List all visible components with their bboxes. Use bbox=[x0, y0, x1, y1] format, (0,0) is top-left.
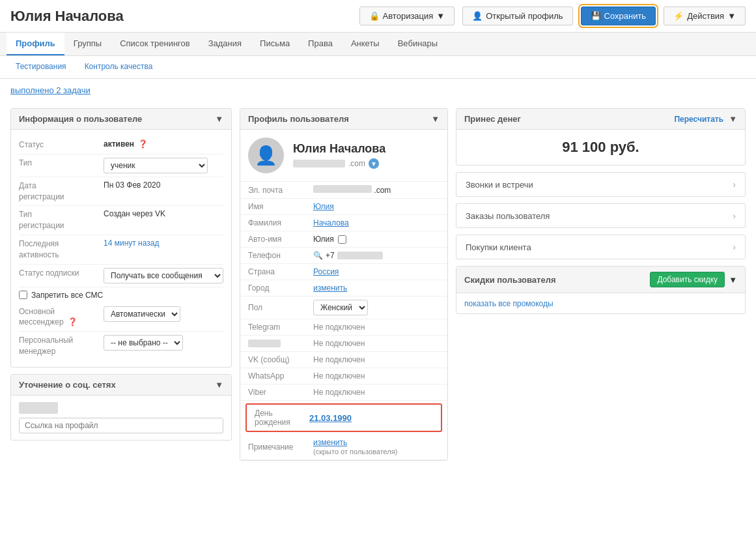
last-activity-label: Последняяактивность bbox=[19, 239, 104, 261]
status-value: активен ❓ bbox=[104, 139, 223, 149]
arrow-right-icon: › bbox=[733, 210, 736, 221]
sms-block-row: Запретить все СМС bbox=[19, 287, 223, 303]
email-value: .com bbox=[313, 185, 440, 195]
profile-panel: Профиль пользователя ▼ 👤 Юлия Началова .… bbox=[240, 108, 448, 461]
avatar: 👤 bbox=[248, 138, 284, 173]
auth-button[interactable]: 🔒 Авторизация ▼ bbox=[359, 7, 455, 25]
calls-panel[interactable]: Звонки и встречи › bbox=[456, 172, 746, 197]
personal-manager-label: Персональный менеджер bbox=[19, 335, 104, 357]
social-panel-header: Уточнение о соц. сетях ▼ bbox=[11, 375, 231, 396]
type-select[interactable]: ученик администратор тренер bbox=[104, 158, 208, 173]
calls-row[interactable]: Звонки и встречи › bbox=[456, 173, 745, 196]
page-header: Юлия Началова 🔒 Авторизация ▼ 👤 Открытый… bbox=[0, 0, 756, 33]
user-info-body: Статус активен ❓ Тип ученик администрато… bbox=[11, 130, 231, 367]
email-blur2 bbox=[313, 185, 372, 193]
orders-row[interactable]: Заказы пользователя › bbox=[456, 204, 745, 227]
social-panel: Уточнение о соц. сетях ▼ bbox=[10, 374, 232, 441]
tab-ankety[interactable]: Анкеты bbox=[342, 33, 389, 55]
main-messenger-label: Основной мессенджер ❓ bbox=[19, 306, 104, 328]
profile-header: 👤 Юлия Началова .com ▼ bbox=[240, 130, 447, 182]
tab-webinars[interactable]: Вебинары bbox=[389, 33, 447, 55]
tab-rights[interactable]: Права bbox=[299, 33, 342, 55]
note-row: Примечание изменить (скрыто от пользоват… bbox=[240, 435, 447, 460]
promo-link[interactable]: показать все промокоды bbox=[464, 299, 553, 308]
city-row: Город изменить bbox=[240, 280, 447, 297]
nav-tabs-row2: Тестирования Контроль качества bbox=[0, 56, 756, 79]
chevron-down-icon: ▼ bbox=[727, 11, 736, 21]
auto-name-checkbox[interactable] bbox=[338, 235, 346, 244]
money-amount: 91 100 руб. bbox=[456, 130, 745, 165]
arrow-right-icon: › bbox=[733, 179, 736, 190]
sub-status-row: Статус подписки Получать все сообщения Н… bbox=[19, 265, 223, 287]
collapse-icon[interactable]: ▼ bbox=[215, 380, 223, 390]
social-profile-input[interactable] bbox=[19, 418, 223, 433]
first-name-value: Юлия bbox=[313, 202, 440, 211]
first-name-label: Имя bbox=[248, 202, 313, 211]
email-label: Эл. почта bbox=[248, 186, 313, 195]
country-label: Страна bbox=[248, 267, 313, 276]
gender-label: Пол bbox=[248, 303, 313, 312]
country-row: Страна Россия bbox=[240, 264, 447, 280]
social-placeholder-bar bbox=[19, 402, 58, 414]
messenger-select[interactable]: Автоматически Telegram WhatsApp bbox=[104, 306, 180, 322]
tab-trainings[interactable]: Список тренингов bbox=[111, 33, 199, 55]
page-title: Юлия Началова bbox=[10, 8, 352, 25]
sms-block-label: Запретить все СМС bbox=[31, 291, 103, 300]
open-profile-button[interactable]: 👤 Открытый профиль bbox=[462, 7, 572, 25]
tab-testing[interactable]: Тестирования bbox=[7, 56, 76, 78]
type-row: Тип ученик администратор тренер bbox=[19, 154, 223, 177]
calls-label: Звонки и встречи bbox=[466, 180, 533, 190]
collapse-icon[interactable]: ▼ bbox=[729, 114, 737, 124]
vk-label: VK (сообщ) bbox=[248, 355, 313, 364]
discounts-title: Скидки пользователя bbox=[464, 275, 556, 285]
add-discount-button[interactable]: Добавить скидку bbox=[650, 272, 725, 287]
tab-letters[interactable]: Письма bbox=[251, 33, 299, 55]
telegram-value: Не подключен bbox=[313, 323, 440, 332]
collapse-icon[interactable]: ▼ bbox=[215, 114, 223, 124]
personal-manager-value: -- не выбрано -- bbox=[104, 335, 223, 351]
sms-block-checkbox[interactable] bbox=[19, 291, 27, 299]
recalc-link[interactable]: Пересчитать bbox=[674, 115, 723, 124]
vk-value: Не подключен bbox=[313, 355, 440, 364]
telegram-label: Telegram bbox=[248, 323, 313, 332]
whatsapp-label: WhatsApp bbox=[248, 371, 313, 381]
purchases-panel[interactable]: Покупки клиента › bbox=[456, 235, 746, 259]
last-name-label: Фамилия bbox=[248, 218, 313, 227]
birthday-label: День рождения bbox=[255, 409, 309, 427]
money-title: Принес денег bbox=[464, 114, 521, 124]
city-value: изменить bbox=[313, 283, 440, 293]
gender-select[interactable]: Женский Мужской bbox=[313, 300, 368, 315]
save-button[interactable]: 💾 Сохранить bbox=[581, 7, 656, 25]
note-value: изменить (скрыто от пользователя) bbox=[313, 438, 440, 456]
email-dropdown-btn[interactable]: ▼ bbox=[369, 158, 379, 169]
save-icon: 💾 bbox=[591, 11, 601, 21]
viber-label: Viber bbox=[248, 388, 313, 397]
orders-panel[interactable]: Заказы пользователя › bbox=[456, 203, 746, 228]
manager-select[interactable]: -- не выбрано -- bbox=[104, 335, 183, 351]
last-name-row: Фамилия Началова bbox=[240, 215, 447, 231]
birthday-value[interactable]: 21.03.1990 bbox=[309, 413, 352, 423]
help-icon: ❓ bbox=[138, 139, 148, 149]
profile-panel-header: Профиль пользователя ▼ bbox=[240, 109, 447, 130]
reg-type-row: Типрегистрации Создан через VK bbox=[19, 206, 223, 235]
lock-icon: 🔒 bbox=[369, 11, 380, 21]
task-link[interactable]: выполнено 2 задачи bbox=[10, 85, 91, 95]
auto-name-label: Авто-имя bbox=[248, 235, 313, 244]
user-info-title: Информация о пользователе bbox=[19, 114, 142, 124]
personal-manager-row: Персональный менеджер -- не выбрано -- bbox=[19, 332, 223, 360]
country-value: Россия bbox=[313, 267, 440, 276]
sub-status-select[interactable]: Получать все сообщения Не получать bbox=[104, 268, 223, 283]
tab-quality[interactable]: Контроль качества bbox=[76, 56, 162, 78]
tab-profile[interactable]: Профиль bbox=[7, 33, 64, 55]
actions-button[interactable]: ⚡ Действия ▼ bbox=[664, 7, 746, 25]
tab-groups[interactable]: Группы bbox=[64, 33, 111, 55]
email-suffix: .com bbox=[348, 159, 365, 168]
collapse-icon[interactable]: ▼ bbox=[729, 275, 737, 285]
email-row: Эл. почта .com bbox=[240, 182, 447, 199]
purchases-row[interactable]: Покупки клиента › bbox=[456, 235, 745, 259]
collapse-icon[interactable]: ▼ bbox=[431, 114, 440, 124]
arrow-right-icon: › bbox=[733, 242, 736, 252]
tab-tasks[interactable]: Задания bbox=[199, 33, 251, 55]
money-header: Принес денег Пересчитать ▼ bbox=[456, 109, 745, 130]
reg-type-value: Создан через VK bbox=[104, 209, 223, 218]
